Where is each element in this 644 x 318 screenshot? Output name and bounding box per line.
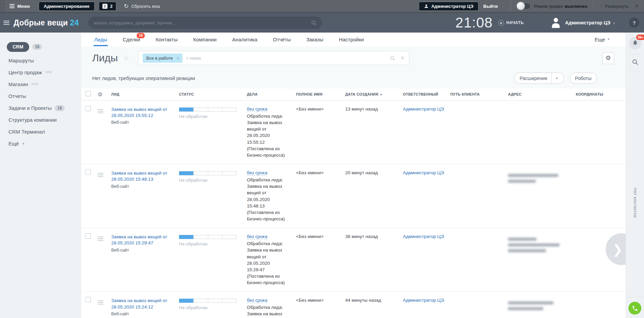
favorite-star-icon[interactable]: ☆ (123, 54, 130, 62)
sidebar-item-label: Задачи и Проекты (8, 105, 52, 111)
sidebar-item[interactable]: Структура компании (0, 114, 81, 126)
search-icon[interactable] (390, 55, 395, 61)
sidebar-item[interactable]: CRM 18 (0, 39, 81, 55)
client-path-cell (450, 101, 508, 164)
crm-tab[interactable]: Отчёты (273, 33, 291, 46)
admin-menu-button[interactable]: Меню (9, 4, 30, 9)
divider (626, 297, 644, 297)
logout-link[interactable]: Выйти (483, 4, 498, 9)
start-workday-button[interactable]: ▶ НАЧАТЬ (498, 20, 524, 26)
global-search-input[interactable] (94, 20, 311, 25)
responsible-link[interactable]: Администратор ЦЭ (403, 234, 444, 239)
crm-tab[interactable]: Аналитика (232, 33, 257, 46)
clear-filter-icon[interactable]: ✕ (401, 55, 405, 61)
beta-tag: beta (45, 70, 52, 74)
row-checkbox[interactable] (85, 297, 91, 302)
activity-deadline-link[interactable]: без срока (247, 106, 267, 112)
column-header-label: ПОЛНОЕ ИМЯ (296, 92, 323, 96)
crm-tab[interactable]: Компании (193, 33, 217, 46)
administration-button[interactable]: Администрирование (39, 2, 95, 11)
view-settings-button[interactable]: ⚙ (602, 52, 614, 64)
row-checkbox[interactable] (85, 233, 91, 239)
filter-search-input[interactable] (186, 56, 390, 61)
column-header[interactable]: АДРЕС (508, 92, 576, 96)
no-contacts-label: Нет контактов (633, 188, 638, 218)
sidebar-item-label: Магазин (8, 81, 28, 87)
sidebar-footer-link[interactable] (0, 158, 81, 163)
row-checkbox[interactable] (85, 106, 91, 111)
row-checkbox[interactable] (85, 170, 91, 175)
responsible-link[interactable]: Администратор ЦЭ (403, 106, 444, 112)
tabs-more-button[interactable]: Еще▼ (595, 37, 610, 42)
expand-button[interactable]: ▼ Развернуть (600, 4, 628, 9)
rail-search-button[interactable] (632, 59, 639, 67)
admin-user-button[interactable]: Администратор ЦЭ (419, 2, 479, 11)
robots-button[interactable]: Роботы (570, 73, 597, 84)
responsible-link[interactable]: Администратор ЦЭ (403, 298, 444, 303)
crm-tab[interactable]: Сделки 18 (123, 33, 140, 46)
edit-mode-toggle[interactable] (517, 3, 530, 9)
column-header[interactable]: ДЕЛА (247, 92, 296, 96)
column-header-label: СТАТУС (179, 92, 194, 96)
crm-tab[interactable]: Заказы (306, 33, 323, 46)
column-header[interactable]: ЛИД (111, 92, 179, 96)
crm-tab[interactable]: Контакты (156, 33, 178, 46)
crm-tab[interactable]: Лиды (94, 33, 107, 46)
filter-search-panel[interactable]: Все в работе x ✕ (138, 51, 409, 65)
filter-chip-remove-icon[interactable]: x (177, 56, 179, 60)
extensions-dropdown[interactable]: ▼ (551, 73, 559, 83)
edit-mode-label: Режим правки (534, 4, 563, 9)
responsible-link[interactable]: Администратор ЦЭ (403, 170, 444, 175)
drag-handle-icon[interactable] (98, 173, 103, 177)
activity-description: Обработка лида: Заявка на вывоз вещей от… (247, 177, 296, 222)
lead-title-link[interactable]: Заявка на вывоз вещей от 28.05.2020 15:2… (111, 298, 179, 310)
sidebar-item[interactable]: Задачи и Проекты 18 (0, 102, 81, 114)
column-header-label: ЛИД (111, 92, 119, 96)
lead-title-link[interactable]: Заявка на вывоз вещей от 28.05.2020 15:4… (111, 170, 179, 182)
lead-title-link[interactable]: Заявка на вывоз вещей от 28.05.2020 15:2… (111, 234, 179, 246)
sidebar-item-label: Отчеты (8, 93, 26, 99)
telephony-button[interactable] (628, 302, 641, 315)
sidebar-item-label: Ещё (8, 141, 19, 147)
sidebar-item[interactable]: Центр продаж beta (0, 67, 81, 78)
notifications-button[interactable]: 99+ (629, 37, 642, 49)
sidebar-item[interactable]: Отчеты (0, 91, 81, 102)
drag-handle-icon[interactable] (98, 300, 103, 304)
sidebar-item[interactable]: Ещё ▼ (0, 138, 81, 150)
column-header[interactable]: ОТВЕТСТВЕННЫЙ (403, 92, 450, 96)
info-counter-button[interactable]: i 2 (99, 2, 116, 11)
pin-icon[interactable] (634, 3, 639, 9)
chevron-down-icon: ▼ (600, 4, 603, 8)
column-header[interactable]: СТАТУС (179, 92, 247, 96)
columns-gear-icon[interactable]: ⚙ (98, 92, 102, 97)
select-all-checkbox[interactable] (85, 91, 91, 96)
drag-handle-icon[interactable] (98, 237, 103, 241)
lead-title-link[interactable]: Заявка на вывоз вещей от 28.05.2020 15:5… (111, 106, 179, 119)
sidebar-item[interactable]: Магазин beta (0, 79, 81, 90)
filter-chip[interactable]: Все в работе x (143, 54, 182, 63)
brand-logo[interactable]: Добрые вещи24 (14, 18, 79, 27)
work-clock[interactable]: 21:08 (455, 15, 493, 31)
current-user-menu[interactable]: Администратор ЦЭ▼ (565, 20, 616, 25)
drag-handle-icon[interactable] (98, 109, 103, 113)
activity-deadline-link[interactable]: без срока (247, 170, 267, 176)
activity-deadline-link[interactable]: без срока (247, 298, 267, 303)
help-button[interactable]: ? (629, 18, 639, 28)
chevron-down-icon: ▼ (607, 38, 610, 41)
reset-cache-button[interactable]: ↻ Сбросить кеш (124, 3, 160, 9)
extensions-button[interactable]: Расширения ▼ (514, 73, 564, 84)
sidebar-item[interactable]: CRM Терминал (0, 126, 81, 138)
column-header[interactable]: ПОЛНОЕ ИМЯ (296, 92, 345, 96)
search-icon[interactable] (311, 20, 317, 26)
sidebar-footer-link[interactable] (0, 163, 81, 168)
column-header-label: АДРЕС (508, 92, 522, 96)
column-header[interactable]: КООРДИНАТЫ (576, 92, 626, 96)
sidebar-item[interactable]: Маршруты (0, 55, 81, 66)
column-header[interactable]: ПУТЬ КЛИЕНТА (450, 92, 508, 96)
crm-tab[interactable]: Настройки (339, 33, 364, 46)
sidebar-toggle-icon[interactable] (3, 21, 9, 25)
sidebar-item-label: Структура компании (8, 117, 57, 123)
column-header[interactable]: ДАТА СОЗДАНИЯ▼ (345, 92, 403, 96)
avatar[interactable] (550, 16, 562, 29)
activity-deadline-link[interactable]: без срока (247, 234, 267, 239)
